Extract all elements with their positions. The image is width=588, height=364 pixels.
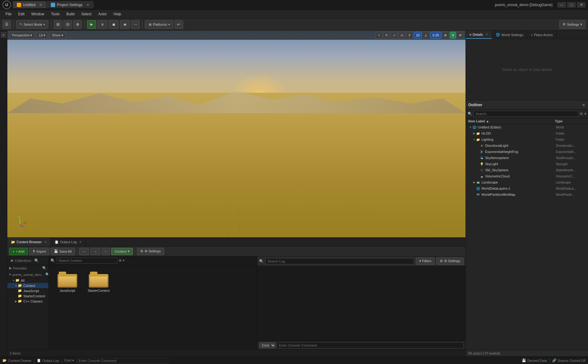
derived-data-button[interactable]: 💾 Derived Data: [522, 358, 547, 362]
menu-edit[interactable]: Edit: [15, 11, 28, 17]
forward-button[interactable]: →: [90, 248, 100, 255]
cb-settings-button[interactable]: ⚙ ⚙ Settings: [137, 248, 164, 255]
world-settings-tab[interactable]: 🌐 World Settings: [492, 31, 527, 39]
menu-tools[interactable]: Tools: [48, 11, 63, 17]
settings-button[interactable]: ⚙ Settings ▾: [559, 20, 586, 29]
tree-content-arrow[interactable]: ▾: [14, 284, 18, 288]
cmd-status-button[interactable]: Cmd ▾: [64, 358, 74, 362]
folder-starter-content[interactable]: StarterContent: [85, 270, 112, 294]
save-all-button[interactable]: 💾 Save All: [51, 248, 75, 255]
path-button[interactable]: Content ▾: [111, 248, 133, 255]
menu-file[interactable]: File: [2, 11, 14, 17]
tree-item-untitled[interactable]: ▾ 🌐 Untitled (Editor) World: [466, 124, 588, 130]
cmd-select[interactable]: Cmd: [259, 342, 276, 348]
tree-item-sky-atmosphere[interactable]: 🌤 SkyAtmosphere SkyAtmosph...: [466, 155, 588, 161]
menu-build[interactable]: Build: [63, 11, 78, 17]
details-tab-close[interactable]: ✕: [485, 32, 488, 36]
tree-item-directional[interactable]: ☀ DirectionalLight DirectionalLi...: [466, 143, 588, 149]
back-button[interactable]: ←: [79, 248, 89, 255]
snap-button[interactable]: ⊟: [63, 20, 72, 29]
import-button[interactable]: ⬆ Import: [29, 248, 49, 255]
untitled-tab[interactable]: Untitled ✕: [13, 1, 46, 8]
tree-item-sm-skysphere[interactable]: ⬡ SM_SkySphere StaticMeshA...: [466, 167, 588, 173]
source-control-button[interactable]: 🔗 Source Control Off: [552, 358, 586, 362]
content-browser-tab-close[interactable]: ✕: [44, 240, 47, 244]
menu-window[interactable]: Window: [28, 11, 47, 17]
bottom-cmd-input[interactable]: [77, 358, 168, 363]
details-tab[interactable]: ≡ Details ✕: [466, 31, 492, 39]
vp-translate-button[interactable]: +: [375, 32, 382, 39]
tree-item-content[interactable]: ▾ 📁 Content: [7, 283, 48, 288]
favorites-search-icon[interactable]: 🔍: [42, 266, 47, 270]
output-log-status-button[interactable]: 📋 Output Log: [37, 358, 59, 362]
menu-select[interactable]: Select: [78, 11, 94, 17]
project-settings-tab[interactable]: Project Settings ✕: [47, 1, 93, 8]
eject-button[interactable]: ⏏: [120, 20, 130, 29]
vp-scale2-button[interactable]: ⊞: [442, 32, 449, 39]
tree-cpp-arrow[interactable]: ▶: [14, 299, 18, 303]
outliner-search-input[interactable]: [473, 111, 579, 117]
untitled-tab-close[interactable]: ✕: [39, 3, 42, 7]
cb-filter-button[interactable]: ▾: [123, 258, 125, 262]
place-actors-tab[interactable]: + Place Actors: [527, 31, 557, 39]
menu-help[interactable]: Help: [111, 11, 124, 17]
vp-settings-button[interactable]: ⚙: [457, 32, 464, 39]
tree-item-lighting[interactable]: ▾ 📁 Lighting Folder: [466, 136, 588, 143]
add-button[interactable]: + + Add: [9, 248, 28, 255]
viewport[interactable]: Perspective ▾ Lit ▾ Show ▾ + ↻ ⤢ ⊙ #: [7, 31, 466, 237]
vp-grid-button[interactable]: #: [406, 32, 413, 39]
output-log-tab[interactable]: 📋 Output Log ✕: [51, 238, 86, 246]
tree-item-landscape[interactable]: ▶ 🏔 Landscape Landscape: [466, 179, 588, 185]
vp-grid-size-button[interactable]: 10: [414, 32, 422, 39]
show-button[interactable]: Show ▾: [49, 32, 66, 39]
cb-search-input[interactable]: [56, 258, 118, 264]
tree-item-javascript[interactable]: 📁 JavaScript: [7, 288, 48, 293]
arrow-hlod[interactable]: ▶: [472, 132, 476, 135]
project-section-header[interactable]: ▾ puerts_unreal_dem... 🔍: [7, 271, 48, 278]
project-settings-tab-close[interactable]: ✕: [86, 3, 89, 7]
vp-snap-size-button[interactable]: 4: [450, 32, 456, 39]
filters-button[interactable]: ▾ Filters: [416, 258, 435, 265]
output-settings-btn[interactable]: ⚙ ⚙ Settings: [436, 258, 464, 265]
build-options-button[interactable]: ⊕: [73, 20, 82, 29]
output-log-tab-close[interactable]: ✕: [79, 240, 82, 244]
tree-item-all[interactable]: ▾ 📁 All: [7, 278, 48, 283]
tree-item-skylight[interactable]: 💡 SkyLight SkyLight: [466, 161, 588, 167]
sidebar-collapse-button[interactable]: ≡: [1, 32, 7, 38]
arrow-landscape[interactable]: ▶: [472, 180, 476, 184]
tree-item-starter-content[interactable]: 📁 StarterContent: [7, 293, 48, 299]
play-button[interactable]: ▶: [87, 20, 96, 29]
outliner-close-button[interactable]: ✕: [582, 102, 586, 107]
minimize-button[interactable]: ─: [557, 2, 566, 8]
pause-button[interactable]: ⏸: [97, 20, 107, 29]
col-type-header[interactable]: Type: [555, 119, 586, 123]
favorites-header[interactable]: ▶ Collections: [9, 257, 33, 264]
outliner-settings-icon[interactable]: ⚙: [580, 112, 583, 116]
tree-item-world-data-layers[interactable]: 🌐 WorldDataLayers-1 WorldDataLa...: [466, 185, 588, 191]
select-mode-button[interactable]: ↖ Select Mode ▾: [16, 20, 48, 29]
arrow-untitled[interactable]: ▾: [469, 125, 472, 129]
col-label-header[interactable]: Item Label ▲: [468, 119, 555, 123]
vp-camera-button[interactable]: ⊙: [398, 32, 405, 39]
undo-button[interactable]: ↩: [175, 20, 183, 29]
tree-item-world-partition-minimap[interactable]: 🗺 WorldPartitionMiniMap WorldPartiti...: [466, 191, 588, 198]
up-button[interactable]: ↑: [102, 248, 110, 255]
hamburger-menu-button[interactable]: ☰: [2, 20, 11, 29]
tree-item-hlod[interactable]: ▶ 📁 HLOD Folder: [466, 130, 588, 136]
folder-javascript[interactable]: JavaScript: [54, 270, 81, 294]
vp-scale-button[interactable]: ⤢: [391, 32, 398, 39]
maximize-button[interactable]: □: [567, 2, 576, 8]
tree-all-arrow[interactable]: ▾: [12, 279, 15, 282]
favorites-section-header[interactable]: ▶ Favorites 🔍: [7, 265, 48, 271]
stop-button[interactable]: ⏹: [109, 20, 119, 29]
lit-button[interactable]: Lit ▾: [36, 32, 48, 39]
transform-button[interactable]: ⊞: [54, 20, 62, 29]
more-options-button[interactable]: ⋯: [131, 20, 140, 29]
tree-item-cpp[interactable]: ▶ 📁 C++ Classes: [7, 299, 48, 304]
vp-rotate-button[interactable]: ↻: [383, 32, 390, 39]
cmd-input[interactable]: [277, 342, 464, 348]
tree-item-volumetric-cloud[interactable]: ☁ VolumetricCloud VolumetricC...: [466, 173, 588, 179]
vp-angle-size-button[interactable]: 0.25: [430, 32, 441, 39]
output-settings-button[interactable]: ⚙ ⚙ Settings: [436, 258, 464, 265]
vp-angle-button[interactable]: ∠: [423, 32, 429, 39]
